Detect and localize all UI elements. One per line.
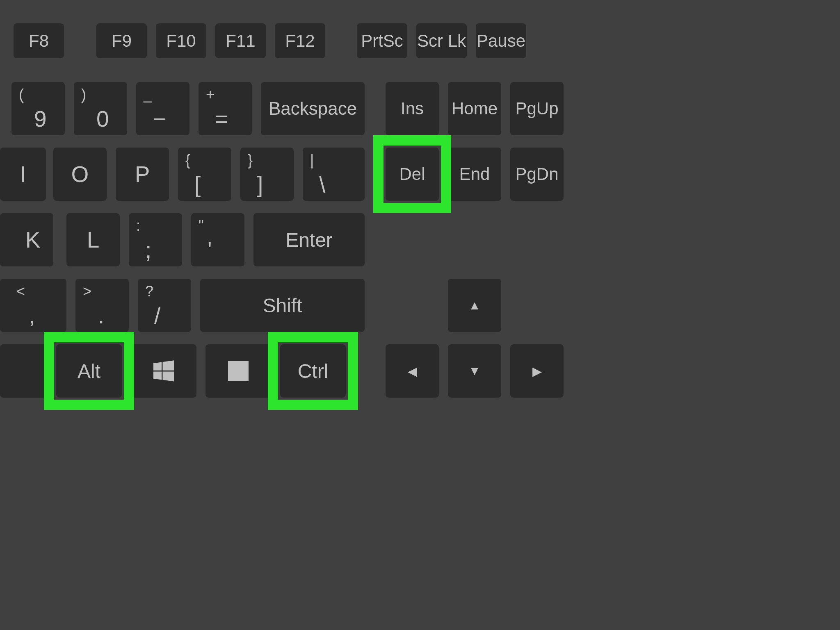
key-lower: / xyxy=(154,302,160,329)
left-arrow-icon: ◀ xyxy=(408,364,417,378)
key-label: PrtSc xyxy=(361,31,403,51)
right-arrow-icon: ▶ xyxy=(532,364,542,378)
backslash-key[interactable]: | \ xyxy=(303,148,365,201)
key-label: Pause xyxy=(477,31,525,51)
key-lower: ] xyxy=(257,171,263,198)
down-arrow-icon: ▼ xyxy=(468,364,481,378)
key-lower: 9 xyxy=(34,106,47,132)
key-label: F10 xyxy=(166,31,196,51)
key-label: Home xyxy=(452,99,498,118)
slash-key[interactable]: ? / xyxy=(138,279,191,332)
alt-highlight xyxy=(44,332,134,410)
f9-key[interactable]: F9 xyxy=(96,23,147,58)
key-label: Ins xyxy=(401,99,424,118)
key-lower: ' xyxy=(208,237,212,263)
key-upper: } xyxy=(248,152,253,169)
prtsc-key[interactable]: PrtSc xyxy=(357,23,407,58)
key-upper: { xyxy=(185,152,190,169)
windows-icon xyxy=(151,359,176,383)
k-key[interactable]: K xyxy=(0,213,53,266)
p-key[interactable]: P xyxy=(116,148,169,201)
del-highlight xyxy=(373,135,451,213)
key-label: F12 xyxy=(285,31,315,51)
key-lower: \ xyxy=(319,171,325,198)
comma-key[interactable]: < , xyxy=(0,279,66,332)
menu-key[interactable] xyxy=(205,344,271,398)
pause-key[interactable]: Pause xyxy=(476,23,526,58)
menu-icon xyxy=(226,359,251,383)
key-label: Backspace xyxy=(269,98,357,119)
windows-key[interactable] xyxy=(131,344,196,398)
left-arrow-key[interactable]: ◀ xyxy=(386,344,439,398)
key-upper: | xyxy=(310,152,314,169)
quote-key[interactable]: " ' xyxy=(191,213,244,266)
l-key[interactable]: L xyxy=(66,213,120,266)
key-label: K xyxy=(13,227,41,253)
lbracket-key[interactable]: { [ xyxy=(178,148,231,201)
key-label: F11 xyxy=(226,31,255,51)
key-lower: [ xyxy=(194,171,201,198)
f10-key[interactable]: F10 xyxy=(156,23,206,58)
end-key[interactable]: End xyxy=(448,148,501,201)
f11-key[interactable]: F11 xyxy=(215,23,266,58)
key-label: Shift xyxy=(262,294,302,317)
shift-key[interactable]: Shift xyxy=(200,279,365,332)
key-label: L xyxy=(87,227,100,253)
key-lower: − xyxy=(153,106,166,132)
key-label: I xyxy=(20,161,26,187)
rbracket-key[interactable]: } ] xyxy=(240,148,294,201)
scrlk-key[interactable]: Scr Lk xyxy=(416,23,467,58)
key-label: End xyxy=(459,164,490,184)
f8-key[interactable]: F8 xyxy=(14,23,64,58)
key-label: Scr Lk xyxy=(417,31,466,51)
key-lower: ; xyxy=(145,237,151,263)
minus-key[interactable]: _ − xyxy=(136,82,189,135)
key-lower: . xyxy=(98,302,104,329)
key-upper: " xyxy=(199,217,204,234)
key-label: O xyxy=(71,161,89,187)
semicolon-key[interactable]: : ; xyxy=(129,213,182,266)
key-lower: , xyxy=(29,302,35,329)
key-label: PgDn xyxy=(515,164,558,184)
key-upper: ( xyxy=(19,86,24,103)
zero-key[interactable]: ) 0 xyxy=(74,82,127,135)
key-upper: + xyxy=(206,86,215,103)
pgdn-key[interactable]: PgDn xyxy=(510,148,564,201)
o-key[interactable]: O xyxy=(53,148,107,201)
key-label: PgUp xyxy=(515,99,558,118)
key-label: F8 xyxy=(29,31,49,51)
enter-key[interactable]: Enter xyxy=(253,213,365,266)
key-upper: > xyxy=(83,283,91,300)
f12-key[interactable]: F12 xyxy=(275,23,325,58)
key-upper: _ xyxy=(144,86,152,103)
left-edge-key[interactable] xyxy=(0,344,47,398)
key-label: P xyxy=(135,161,150,187)
pgup-key[interactable]: PgUp xyxy=(510,82,564,135)
i-key[interactable]: I xyxy=(0,148,46,201)
home-key[interactable]: Home xyxy=(448,82,501,135)
key-upper: < xyxy=(16,283,25,300)
up-arrow-key[interactable]: ▲ xyxy=(448,279,501,332)
period-key[interactable]: > . xyxy=(75,279,129,332)
backspace-key[interactable]: Backspace xyxy=(261,82,365,135)
up-arrow-icon: ▲ xyxy=(468,298,481,312)
key-lower: 0 xyxy=(96,106,109,132)
key-upper: ? xyxy=(145,283,153,300)
key-upper: ) xyxy=(81,86,86,103)
down-arrow-key[interactable]: ▼ xyxy=(448,344,501,398)
equals-key[interactable]: + = xyxy=(199,82,252,135)
key-label: Enter xyxy=(285,229,333,251)
key-label: F9 xyxy=(112,31,132,51)
key-lower: = xyxy=(215,106,228,132)
key-upper: : xyxy=(136,217,140,234)
nine-key[interactable]: ( 9 xyxy=(11,82,65,135)
right-arrow-key[interactable]: ▶ xyxy=(510,344,564,398)
ins-key[interactable]: Ins xyxy=(386,82,439,135)
ctrl-highlight xyxy=(268,332,358,410)
